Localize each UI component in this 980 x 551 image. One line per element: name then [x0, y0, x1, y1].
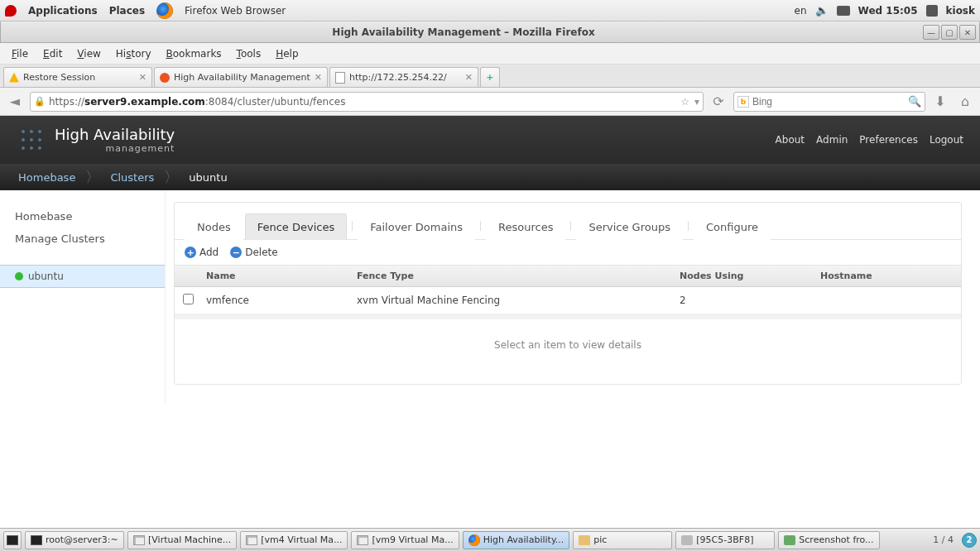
task-folder-pic[interactable]: pic: [573, 531, 672, 549]
tab-resources[interactable]: Resources: [486, 213, 565, 240]
menu-tools[interactable]: Tools: [230, 45, 268, 63]
gnome-top-panel: Applications Places Firefox Web Browser …: [0, 0, 980, 22]
task-firefox[interactable]: High Availability...: [463, 531, 570, 549]
new-tab-button[interactable]: +: [480, 67, 500, 87]
menu-history[interactable]: History: [109, 45, 158, 63]
places-menu[interactable]: Places: [109, 5, 145, 17]
delete-button[interactable]: − Delete: [230, 247, 277, 258]
warning-icon: [9, 73, 19, 83]
col-name[interactable]: Name: [206, 271, 357, 281]
link-about[interactable]: About: [776, 134, 805, 146]
tab-configure[interactable]: Configure: [694, 213, 771, 240]
task-screenshot[interactable]: Screenshot fro...: [778, 531, 879, 549]
search-input[interactable]: [752, 96, 905, 108]
tab-close-icon[interactable]: ✕: [315, 72, 322, 83]
tab-fence-devices[interactable]: Fence Devices: [245, 213, 348, 240]
favicon-icon: [160, 73, 170, 83]
task-vm1[interactable]: [Virtual Machine...: [127, 531, 237, 549]
accessibility-icon[interactable]: [837, 6, 850, 16]
menu-edit[interactable]: Edit: [36, 45, 69, 63]
show-desktop-button[interactable]: [3, 531, 22, 549]
sidebar-item-cluster[interactable]: ubuntu: [0, 265, 165, 288]
page-body: High Availability management About Admin…: [0, 116, 980, 528]
add-button[interactable]: + Add: [185, 247, 219, 258]
link-preferences[interactable]: Preferences: [859, 134, 918, 146]
keyboard-layout-indicator[interactable]: en: [795, 5, 807, 17]
app-title: High Availability: [55, 126, 175, 143]
row-checkbox[interactable]: [183, 294, 194, 304]
firefox-icon: [156, 2, 173, 19]
breadcrumb: Homebase 〉 Clusters 〉 ubuntu: [0, 164, 980, 190]
task-vm9[interactable]: [vm9 Virtual Ma...: [351, 531, 459, 549]
reload-button[interactable]: ⟳: [709, 92, 728, 112]
menu-bookmarks[interactable]: Bookmarks: [160, 45, 228, 63]
browser-menubar: FFileile Edit View History Bookmarks Too…: [0, 43, 980, 65]
add-label: Add: [199, 247, 219, 258]
user-menu[interactable]: kiosk: [946, 5, 975, 17]
crumb-clusters[interactable]: Clusters: [100, 171, 164, 184]
task-terminal[interactable]: root@server3:~: [25, 531, 124, 549]
downloads-button[interactable]: ⬇: [930, 92, 950, 112]
logo-icon: [17, 125, 46, 155]
table-header: Name Fence Type Nodes Using Hostname: [175, 266, 961, 287]
cell-name: vmfence: [206, 295, 357, 306]
col-type[interactable]: Fence Type: [357, 271, 680, 281]
notification-badge[interactable]: 2: [962, 533, 977, 548]
active-app-label[interactable]: Firefox Web Browser: [185, 5, 286, 17]
sidebar-item-homebase[interactable]: Homebase: [0, 205, 165, 228]
workspace-indicator[interactable]: 1 / 4: [930, 534, 957, 545]
menu-file[interactable]: FFileile: [5, 45, 35, 63]
tab-service-groups[interactable]: Service Groups: [576, 213, 683, 240]
col-nodes-using[interactable]: Nodes Using: [680, 271, 820, 281]
browser-tabstrip: Restore Session ✕ High Availability Mana…: [0, 65, 980, 88]
browser-toolbar: ◄ 🔒 https://server9.example.com:8084/clu…: [0, 88, 980, 116]
table-row[interactable]: vmfence xvm Virtual Machine Fencing 2: [175, 287, 961, 314]
link-admin[interactable]: Admin: [816, 134, 848, 146]
tab-failover-domains[interactable]: Failover Domains: [358, 213, 475, 240]
back-button[interactable]: ◄: [5, 92, 25, 112]
task-disk[interactable]: [95C5-3BF8]: [675, 531, 775, 549]
content-area: Nodes Fence Devices Failover Domains Res…: [166, 190, 980, 403]
disk-icon: [681, 535, 693, 545]
app-logo: High Availability management: [17, 125, 175, 155]
tab-nodes[interactable]: Nodes: [185, 213, 243, 240]
link-logout[interactable]: Logout: [930, 134, 963, 146]
bing-icon: b: [737, 96, 749, 108]
dropdown-icon[interactable]: ▾: [694, 96, 699, 108]
crumb-homebase[interactable]: Homebase: [8, 171, 85, 184]
bookmark-star-icon[interactable]: ☆: [680, 96, 689, 108]
gnome-bottom-panel: root@server3:~ [Virtual Machine... [vm4 …: [0, 528, 980, 551]
task-vm4[interactable]: [vm4 Virtual Ma...: [240, 531, 348, 549]
menu-view[interactable]: View: [70, 45, 107, 63]
plus-icon: +: [185, 247, 196, 258]
url-bar[interactable]: 🔒 https://server9.example.com:8084/clust…: [30, 92, 704, 112]
applications-menu[interactable]: Applications: [28, 5, 98, 17]
menu-help[interactable]: Help: [269, 45, 305, 63]
sound-icon[interactable]: [815, 4, 829, 17]
window-titlebar[interactable]: High Availability Management – Mozilla F…: [0, 22, 980, 43]
window-close-button[interactable]: ✕: [959, 25, 976, 40]
home-button[interactable]: ⌂: [955, 92, 975, 112]
sidebar-item-manage-clusters[interactable]: Manage Clusters: [0, 228, 165, 250]
app-header: High Availability management About Admin…: [0, 116, 980, 164]
page-icon: [335, 72, 345, 84]
search-icon[interactable]: 🔍: [908, 95, 921, 108]
tab-restore-session[interactable]: Restore Session ✕: [3, 67, 152, 87]
tab-ip-address[interactable]: http://172.25.254.22/ ✕: [329, 67, 478, 87]
tab-high-availability[interactable]: High Availability Management ✕: [154, 67, 328, 87]
window-maximize-button[interactable]: ▢: [941, 25, 958, 40]
sidebar-cluster-label: ubuntu: [28, 271, 64, 282]
window-title: High Availability Management – Mozilla F…: [4, 26, 923, 38]
chevron-right-icon: 〉: [85, 167, 100, 187]
col-hostname[interactable]: Hostname: [820, 271, 953, 281]
clock[interactable]: Wed 15:05: [858, 5, 918, 17]
window-minimize-button[interactable]: —: [923, 25, 939, 40]
terminal-icon: [31, 535, 42, 545]
vm-icon: [133, 535, 145, 545]
tab-close-icon[interactable]: ✕: [465, 72, 473, 83]
vm-icon: [246, 535, 257, 545]
tab-close-icon[interactable]: ✕: [139, 72, 147, 83]
cell-nodes: 2: [680, 295, 820, 306]
search-bar[interactable]: b 🔍: [733, 92, 925, 112]
screenshot-icon: [784, 535, 795, 545]
